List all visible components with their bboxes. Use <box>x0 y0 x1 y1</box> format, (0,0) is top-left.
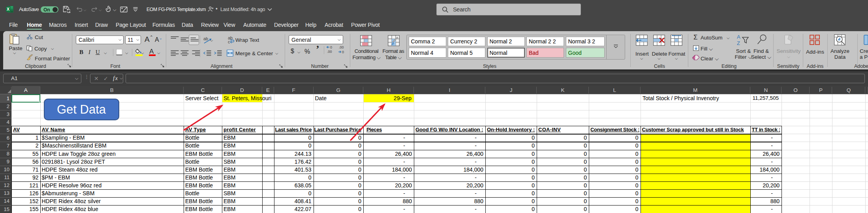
svg-text:A: A <box>737 34 740 40</box>
svg-text:Z: Z <box>737 40 740 45</box>
svg-text:c: c <box>228 39 230 44</box>
svg-text:.00: .00 <box>327 50 332 54</box>
svg-text:X: X <box>7 7 9 11</box>
svg-text:.00: .00 <box>339 46 344 49</box>
svg-text:0: 0 <box>342 50 344 54</box>
svg-text:ab: ab <box>203 36 208 41</box>
svg-text:0: 0 <box>330 46 332 49</box>
